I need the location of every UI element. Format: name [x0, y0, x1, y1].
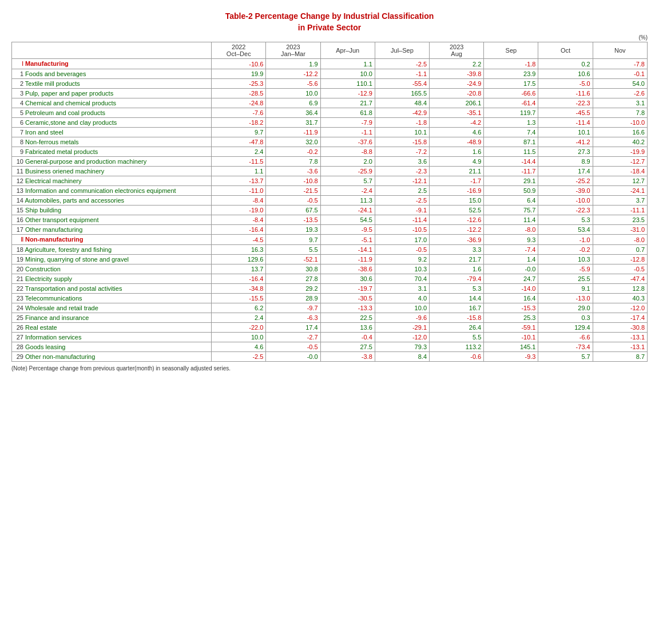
- data-cell: 48.4: [375, 98, 429, 108]
- data-cell: 0.7: [593, 245, 647, 255]
- data-cell: -45.5: [538, 108, 593, 118]
- table-row: 25 Finance and insurance2.4-6.322.5-9.6-…: [12, 313, 648, 323]
- data-cell: -12.8: [593, 255, 647, 264]
- data-cell: -15.8: [375, 137, 429, 147]
- data-cell: -25.2: [538, 176, 593, 186]
- table-row: 5 Petroleum and coal products-7.636.461.…: [12, 108, 648, 118]
- row-label-text: Real estate: [23, 324, 57, 331]
- data-cell: 129.4: [538, 323, 593, 333]
- row-number: 18: [13, 246, 23, 253]
- data-cell: -1.0: [538, 235, 593, 245]
- data-cell: 8.4: [375, 352, 429, 362]
- row-label-cell: 17 Other manufacturing: [12, 225, 212, 235]
- row-label-text: Electricity supply: [23, 275, 72, 282]
- row-label-text: Manufacturing: [23, 60, 69, 67]
- table-row: 8 Non-ferrous metals-47.832.0-37.6-15.8-…: [12, 137, 648, 147]
- data-cell: 19.9: [212, 69, 266, 79]
- data-cell: -19.9: [593, 147, 647, 157]
- row-label-cell: 1 Foods and beverages: [12, 69, 212, 79]
- data-cell: 75.7: [484, 206, 538, 215]
- row-label-cell: 6 Ceramic,stone and clay products: [12, 118, 212, 128]
- data-cell: -21.5: [266, 186, 320, 196]
- data-cell: -1.8: [375, 118, 429, 128]
- table-row: 3 Pulp, paper and paper products-28.510.…: [12, 89, 648, 98]
- data-cell: -3.8: [320, 352, 375, 362]
- row-label-cell: 4 Chemical and chemical products: [12, 98, 212, 108]
- data-cell: -22.0: [212, 323, 266, 333]
- data-cell: -0.2: [266, 147, 320, 157]
- data-cell: -9.7: [266, 303, 320, 313]
- data-cell: 40.3: [593, 294, 647, 303]
- data-cell: 30.6: [320, 274, 375, 284]
- data-cell: 21.7: [320, 98, 375, 108]
- data-cell: -59.1: [484, 323, 538, 333]
- data-cell: -11.6: [538, 89, 593, 98]
- row-label-cell: Ⅱ Non-manufacturing: [12, 235, 212, 245]
- data-cell: 13.6: [320, 323, 375, 333]
- row-label-cell: 18 Agriculture, forestry and fishing: [12, 245, 212, 255]
- data-cell: 2.4: [212, 147, 266, 157]
- header-2023-jan-mar: 2023Jan–Mar: [266, 42, 320, 59]
- data-cell: 11.4: [484, 215, 538, 225]
- data-cell: -16.4: [212, 225, 266, 235]
- data-cell: -22.3: [538, 206, 593, 215]
- data-cell: -34.8: [212, 284, 266, 294]
- data-cell: -36.9: [430, 235, 484, 245]
- row-label-cell: 5 Petroleum and coal products: [12, 108, 212, 118]
- data-cell: 7.8: [266, 157, 320, 167]
- data-cell: 16.4: [484, 294, 538, 303]
- row-label-text: Textile mill products: [23, 80, 80, 87]
- data-cell: -37.6: [320, 137, 375, 147]
- data-cell: 3.1: [593, 98, 647, 108]
- data-cell: -12.1: [375, 176, 429, 186]
- table-row: 17 Other manufacturing-16.419.3-9.5-10.5…: [12, 225, 648, 235]
- table-row: 1 Foods and beverages19.9-12.210.0-1.1-3…: [12, 69, 648, 79]
- data-cell: 1.1: [320, 59, 375, 69]
- data-cell: -22.3: [538, 98, 593, 108]
- row-label-text: Information and communication electronic…: [23, 187, 176, 194]
- data-cell: -0.5: [593, 264, 647, 274]
- data-cell: 23.5: [593, 215, 647, 225]
- data-cell: 4.6: [212, 342, 266, 352]
- data-cell: 16.3: [212, 245, 266, 255]
- row-label-text: Fabricated metal products: [23, 148, 98, 155]
- row-number: 2: [13, 80, 23, 87]
- data-cell: 10.3: [375, 264, 429, 274]
- row-label-cell: 3 Pulp, paper and paper products: [12, 89, 212, 98]
- data-cell: 2.2: [430, 59, 484, 69]
- row-number: 5: [13, 109, 23, 116]
- data-cell: -11.4: [375, 215, 429, 225]
- data-cell: -0.5: [375, 245, 429, 255]
- unit-label: (%): [11, 34, 648, 41]
- table-row: 20 Construction13.730.8-38.610.31.6-0.0-…: [12, 264, 648, 274]
- data-cell: 29.1: [484, 176, 538, 186]
- data-cell: -12.6: [430, 215, 484, 225]
- data-cell: 0.2: [538, 59, 593, 69]
- data-cell: 8.7: [593, 352, 647, 362]
- title-block: Table-2 Percentage Change by Industrial …: [11, 11, 648, 32]
- data-cell: -7.9: [320, 118, 375, 128]
- header-jul-sep: Jul–Sep: [375, 42, 429, 59]
- data-cell: -11.9: [266, 128, 320, 137]
- header-apr-jun: Apr–Jun: [320, 42, 375, 59]
- table-row: 26 Real estate-22.017.413.6-29.126.4-59.…: [12, 323, 648, 333]
- row-number: 26: [13, 324, 23, 331]
- data-cell: -38.6: [320, 264, 375, 274]
- header-2022-oct-dec: 2022Oct–Dec: [212, 42, 266, 59]
- row-label-cell: 15 Ship building: [12, 206, 212, 215]
- data-cell: -5.6: [266, 79, 320, 89]
- data-cell: 30.8: [266, 264, 320, 274]
- data-cell: 165.5: [375, 89, 429, 98]
- table-row: 29 Other non-manufacturing-2.5-0.0-3.88.…: [12, 352, 648, 362]
- data-cell: -1.1: [375, 69, 429, 79]
- table-row: 2 Textile mill products-25.3-5.6110.1-55…: [12, 79, 648, 89]
- row-label-cell: 23 Telecommunications: [12, 294, 212, 303]
- row-label-cell: 12 Electrical machinery: [12, 176, 212, 186]
- data-cell: -55.4: [375, 79, 429, 89]
- row-label-text: Transportation and postal activities: [23, 285, 122, 292]
- data-cell: -0.4: [320, 333, 375, 342]
- data-cell: 16.6: [593, 128, 647, 137]
- row-label-cell: 28 Goods leasing: [12, 342, 212, 352]
- data-cell: -10.6: [212, 59, 266, 69]
- data-cell: -5.1: [320, 235, 375, 245]
